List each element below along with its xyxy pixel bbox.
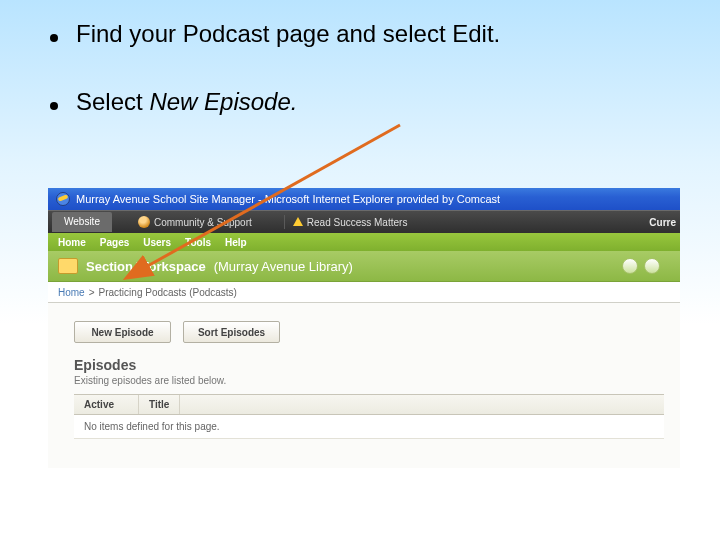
- breadcrumb-home[interactable]: Home: [58, 287, 85, 298]
- toolbar-success-label: Read Success Matters: [307, 217, 408, 228]
- toolbar-community[interactable]: Community & Support: [138, 216, 252, 228]
- nav-pages[interactable]: Pages: [100, 237, 129, 248]
- app-toolbar: Website Community & Support Read Success…: [48, 210, 680, 233]
- episodes-empty-row: No items defined for this page.: [74, 415, 664, 438]
- workspace-circle-icon[interactable]: [622, 258, 638, 274]
- new-episode-button[interactable]: New Episode: [74, 321, 171, 343]
- bullet-2-text: Select New Episode.: [76, 88, 297, 116]
- bullet-1: Find your Podcast page and select Edit.: [50, 20, 680, 48]
- section-workspace-label: Section Workspace: [86, 259, 206, 274]
- section-workspace-bar: Section Workspace (Murray Avenue Library…: [48, 251, 680, 282]
- bullet-2-em: New Episode.: [149, 88, 297, 115]
- toolbar-success[interactable]: Read Success Matters: [293, 217, 408, 228]
- breadcrumb-current: Practicing Podcasts (Podcasts): [99, 287, 237, 298]
- toolbar-tab-website[interactable]: Website: [52, 212, 112, 232]
- ie-icon: [56, 192, 70, 206]
- nav-bar: Home Pages Users Tools Help: [48, 233, 680, 251]
- episodes-heading: Episodes: [74, 357, 664, 373]
- breadcrumb-sep: >: [89, 287, 95, 298]
- nav-help[interactable]: Help: [225, 237, 247, 248]
- toolbar-right-text: Curre: [649, 217, 676, 228]
- nav-home[interactable]: Home: [58, 237, 86, 248]
- bullet-area: Find your Podcast page and select Edit. …: [0, 0, 720, 116]
- episodes-table: Active Title No items defined for this p…: [74, 394, 664, 439]
- content-area: New Episode Sort Episodes Episodes Exist…: [48, 303, 680, 468]
- bullet-dot-icon: [50, 34, 58, 42]
- window-title: Murray Avenue School Site Manager - Micr…: [76, 193, 500, 205]
- bullet-dot-icon: [50, 102, 58, 110]
- sort-episodes-button[interactable]: Sort Episodes: [183, 321, 280, 343]
- breadcrumb: Home > Practicing Podcasts (Podcasts): [48, 282, 680, 303]
- embedded-screenshot: Murray Avenue School Site Manager - Micr…: [48, 188, 680, 468]
- nav-tools[interactable]: Tools: [185, 237, 211, 248]
- workspace-circle-icon[interactable]: [644, 258, 660, 274]
- col-title[interactable]: Title: [139, 395, 180, 414]
- col-active[interactable]: Active: [74, 395, 139, 414]
- slide: Find your Podcast page and select Edit. …: [0, 0, 720, 540]
- nav-users[interactable]: Users: [143, 237, 171, 248]
- toolbar-community-label: Community & Support: [154, 217, 252, 228]
- button-row: New Episode Sort Episodes: [74, 321, 664, 343]
- bullet-1-text: Find your Podcast page and select Edit.: [76, 20, 500, 48]
- people-icon: [138, 216, 150, 228]
- episodes-table-header: Active Title: [74, 395, 664, 415]
- folder-icon: [58, 258, 78, 274]
- toolbar-divider: [284, 215, 285, 229]
- star-icon: [293, 217, 303, 226]
- bullet-2: Select New Episode.: [50, 88, 680, 116]
- section-workspace-context: (Murray Avenue Library): [214, 259, 353, 274]
- bullet-2-prefix: Select: [76, 88, 149, 115]
- episodes-subtext: Existing episodes are listed below.: [74, 375, 664, 386]
- window-titlebar: Murray Avenue School Site Manager - Micr…: [48, 188, 680, 210]
